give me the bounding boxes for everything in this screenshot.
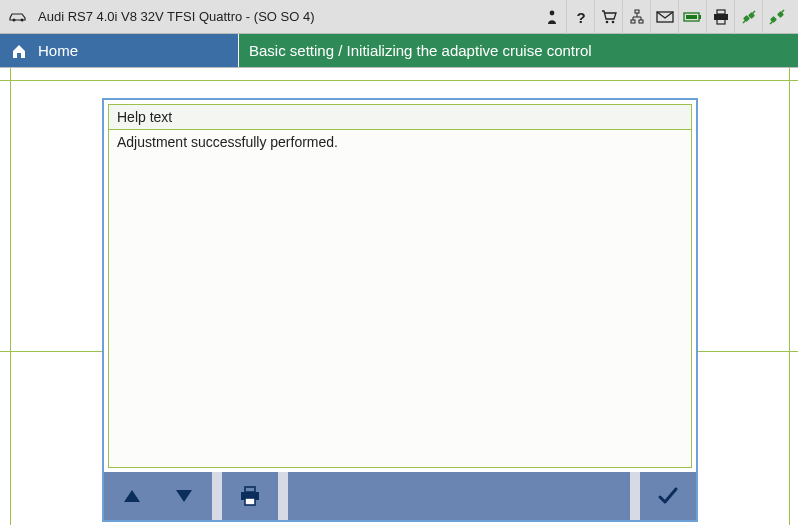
- home-label: Home: [38, 42, 78, 59]
- help-panel: Help text Adjustment successfully perfor…: [102, 98, 698, 522]
- svg-point-1: [21, 18, 24, 21]
- workspace: Help text Adjustment successfully perfor…: [0, 68, 798, 525]
- svg-rect-8: [639, 20, 643, 23]
- help-icon[interactable]: ?: [566, 0, 594, 34]
- home-icon: [10, 42, 28, 60]
- svg-point-2: [550, 10, 555, 15]
- person-icon[interactable]: [538, 0, 566, 34]
- titlebar: Audi RS7 4.0i V8 32V TFSI Quattro - (SO …: [0, 0, 798, 34]
- bg-line: [10, 68, 11, 525]
- toolbar-divider: [630, 472, 640, 520]
- confirm-button[interactable]: [644, 476, 692, 516]
- panel-message: Adjustment successfully performed.: [117, 134, 338, 150]
- bg-line: [789, 68, 790, 525]
- battery-icon[interactable]: [678, 0, 706, 34]
- panel-toolbar: [104, 472, 696, 520]
- mail-icon[interactable]: [650, 0, 678, 34]
- svg-rect-13: [717, 10, 725, 14]
- panel-body: Adjustment successfully performed.: [108, 130, 692, 468]
- car-icon: [8, 10, 28, 24]
- print-button[interactable]: [226, 476, 274, 516]
- svg-rect-12: [686, 15, 697, 19]
- breadcrumb: Basic setting / Initializing the adaptiv…: [238, 34, 798, 67]
- svg-point-0: [13, 18, 16, 21]
- svg-point-4: [605, 20, 608, 23]
- connect-green-icon[interactable]: [734, 0, 762, 34]
- arrow-up-button[interactable]: [108, 476, 156, 516]
- bg-line: [0, 80, 798, 81]
- toolbar-divider: [278, 472, 288, 520]
- svg-point-5: [611, 20, 614, 23]
- vehicle-title: Audi RS7 4.0i V8 32V TFSI Quattro - (SO …: [38, 9, 315, 24]
- titlebar-icons: ?: [538, 0, 790, 34]
- svg-rect-20: [245, 487, 255, 492]
- svg-text:?: ?: [576, 9, 585, 25]
- svg-rect-22: [245, 498, 255, 505]
- breadcrumb-text: Basic setting / Initializing the adaptiv…: [249, 42, 592, 59]
- navbar: Home Basic setting / Initializing the ad…: [0, 34, 798, 68]
- svg-rect-11: [699, 15, 701, 19]
- network-icon[interactable]: [622, 0, 650, 34]
- arrow-down-button[interactable]: [160, 476, 208, 516]
- disconnect-green-icon[interactable]: [762, 0, 790, 34]
- svg-rect-6: [635, 10, 639, 13]
- print-icon[interactable]: [706, 0, 734, 34]
- titlebar-left: Audi RS7 4.0i V8 32V TFSI Quattro - (SO …: [8, 9, 315, 24]
- home-button[interactable]: Home: [0, 34, 238, 67]
- cart-icon[interactable]: [594, 0, 622, 34]
- panel-header: Help text: [108, 104, 692, 130]
- toolbar-divider: [212, 472, 222, 520]
- svg-rect-7: [631, 20, 635, 23]
